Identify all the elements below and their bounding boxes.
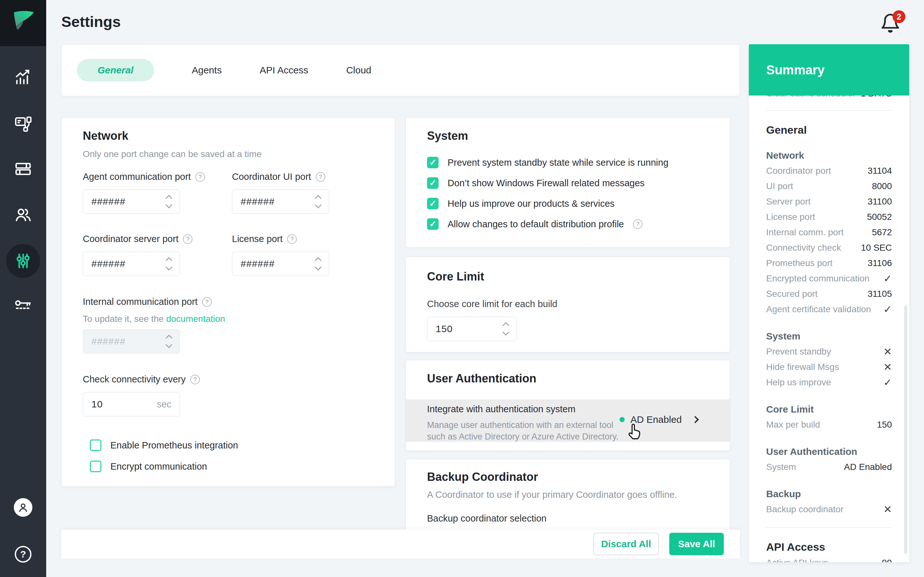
summary-row-label: Prevent standby (766, 347, 831, 357)
sidebar-item-settings-active[interactable] (6, 244, 40, 278)
checkbox-row[interactable]: ✓Prevent system standby state while serv… (427, 157, 668, 168)
summary-panel: Summary Clear cache scheduler1 DAYSGener… (749, 44, 909, 562)
internal-port-note: To update it, see the documentation (83, 314, 225, 324)
summary-row-value: 31105 (867, 289, 892, 299)
tab-general[interactable]: General (77, 59, 154, 81)
summary-row: Agent certificate validation✓ (749, 301, 909, 317)
checkbox[interactable]: ✓ (427, 218, 439, 230)
sidebar-item-builds[interactable] (13, 159, 33, 179)
stepper-down-icon[interactable] (166, 264, 172, 271)
tab-api-access[interactable]: API Access (260, 65, 309, 76)
summary-row: License port50052 (749, 210, 909, 225)
stepper-down-icon[interactable] (502, 329, 509, 335)
summary-subheader: Core Limit (749, 404, 909, 415)
stepper-up-icon[interactable] (166, 195, 172, 201)
summary-scrollbar[interactable] (904, 306, 907, 554)
check-connectivity-input[interactable]: 10 sec (83, 392, 180, 416)
summary-row-value: 10 SEC (861, 243, 892, 253)
save-all-button[interactable]: Save All (669, 533, 724, 555)
summary-row-label: UI port (766, 181, 793, 191)
stepper (166, 335, 171, 347)
summary-subheader: Network (749, 150, 909, 161)
auth-integration-row[interactable]: Integrate with authentication system Man… (406, 400, 730, 442)
coordinator-ui-port-input[interactable]: ###### (232, 189, 329, 214)
sidebar-item-account[interactable] (13, 497, 33, 518)
checkbox[interactable]: ✓ (427, 177, 439, 189)
summary-row: Help us improve✓ (749, 375, 909, 390)
system-checkbox-list: ✓Prevent system standby state while serv… (427, 157, 668, 230)
checkbox-row[interactable]: ✓Allow changes to default distribution p… (427, 218, 668, 230)
stepper-up-icon[interactable] (502, 322, 509, 329)
stepper-up-icon[interactable] (315, 195, 321, 201)
backup-description: A Coordinator to use if your primary Coo… (427, 490, 677, 500)
sidebar-item-license[interactable] (13, 296, 33, 316)
coordinator-server-port-input[interactable]: ###### (83, 251, 180, 276)
documentation-link[interactable]: documentation (166, 314, 225, 324)
footer-action-bar: Discard All Save All (61, 530, 740, 558)
unit-label: sec (157, 399, 171, 410)
person-icon (17, 501, 29, 514)
agent-communication-port-input[interactable]: ###### (83, 189, 180, 214)
help-icon[interactable]: ? (183, 234, 192, 244)
discard-all-button[interactable]: Discard All (593, 533, 659, 555)
stepper-down-icon[interactable] (315, 264, 321, 271)
help-icon[interactable]: ? (287, 234, 297, 244)
help-icon[interactable]: ? (633, 219, 643, 229)
sidebar-item-help[interactable]: ? (13, 544, 33, 564)
checkbox-label: Don’t show Windows Firewall related mess… (447, 178, 645, 189)
internal-communication-port-label: Internal communication port ? (83, 297, 212, 307)
summary-row-value: 31104 (867, 166, 892, 176)
help-icon[interactable]: ? (202, 297, 212, 307)
summary-row-group: SystemAD Enabled (749, 459, 909, 475)
sidebar-item-analytics[interactable] (13, 66, 33, 87)
summary-row: Active API keys99 (749, 555, 909, 562)
stepper-down-icon[interactable] (166, 201, 172, 208)
checkbox[interactable]: ✓ (427, 198, 439, 210)
summary-row: Prevent standby✕ (749, 344, 909, 359)
sidebar-item-agents[interactable] (13, 113, 33, 134)
help-icon[interactable]: ? (195, 172, 205, 182)
checkbox-row[interactable]: ✓Help us improve our products & services (427, 198, 668, 210)
checkbox-row[interactable]: Encrypt communication (90, 461, 238, 472)
sidebar-item-users[interactable] (13, 205, 33, 225)
summary-row-label: Backup coordinator (766, 504, 843, 514)
summary-row-value: 150 (877, 420, 892, 430)
stepper-up-icon[interactable] (315, 257, 321, 264)
check-icon: ✓ (883, 272, 892, 285)
stepper-up-icon[interactable] (166, 257, 172, 264)
summary-row: Backup coordinator✕ (749, 502, 909, 517)
summary-row-value: 31106 (867, 258, 892, 268)
app-logo[interactable] (0, 0, 46, 46)
summary-row: Hide firewall Msgs✕ (749, 359, 909, 375)
summary-header: Summary (749, 44, 909, 95)
user-authentication-section: User Authentication Integrate with authe… (405, 360, 730, 451)
users-icon (14, 205, 32, 224)
notifications-button[interactable]: 2 (880, 13, 909, 42)
check-icon: ✓ (429, 198, 437, 209)
license-port-input[interactable]: ###### (232, 251, 329, 276)
checkbox[interactable] (90, 440, 102, 451)
summary-row-label: Encrypted communication (766, 274, 869, 284)
checkbox[interactable]: ✓ (427, 157, 439, 168)
summary-row-label: Connectivity check (766, 243, 841, 253)
core-limit-input[interactable]: 150 (427, 317, 517, 341)
agent-communication-port-label: Agent communication port ? (83, 171, 205, 182)
backup-coordinator-section: Backup Coordinator A Coordinator to use … (405, 459, 730, 530)
help-icon: ? (15, 546, 31, 562)
core-limit-title: Core Limit (427, 270, 484, 284)
summary-row: Secured port31105 (749, 286, 909, 301)
checkbox-row[interactable]: ✓Don’t show Windows Firewall related mes… (427, 177, 668, 189)
stepper-down-icon[interactable] (315, 201, 321, 208)
tab-cloud[interactable]: Cloud (346, 65, 371, 76)
summary-row-value: 50052 (867, 212, 892, 222)
summary-row-label: License port (766, 212, 815, 222)
checkbox[interactable] (90, 461, 102, 472)
help-icon[interactable]: ? (316, 172, 325, 182)
help-icon[interactable]: ? (190, 375, 200, 384)
checkbox-label: Prevent system standby state while servi… (447, 157, 668, 168)
summary-row-value: 99 (882, 558, 892, 562)
tab-agents[interactable]: Agents (192, 65, 222, 76)
stepper (166, 196, 171, 207)
checkbox-row[interactable]: Enable Prometheus integration (90, 440, 238, 451)
builds-icon (14, 160, 32, 178)
